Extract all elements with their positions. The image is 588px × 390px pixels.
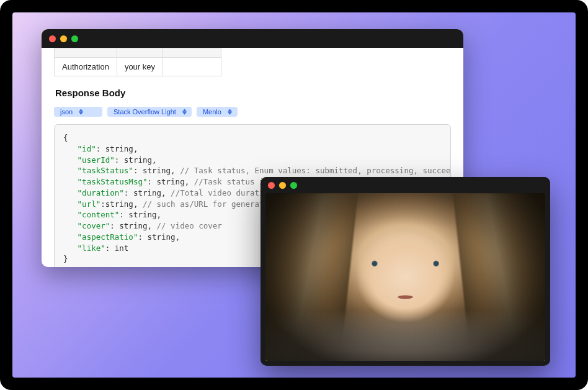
titlebar <box>42 29 463 48</box>
font-select[interactable]: Menlo <box>197 107 238 117</box>
gradient-background: Authorization your key Response Body jso… <box>12 12 576 378</box>
close-icon[interactable] <box>49 35 56 42</box>
table-cell <box>163 48 221 58</box>
theme-select-label: Stack Overflow Light <box>114 108 176 116</box>
close-icon[interactable] <box>268 182 275 189</box>
chevron-updown-icon <box>182 109 187 115</box>
image-preview <box>265 193 545 361</box>
selector-row: json Stack Overflow Light <box>54 107 451 117</box>
titlebar <box>261 177 550 193</box>
chevron-updown-icon <box>228 109 232 115</box>
decorative-layer <box>265 193 545 361</box>
table-cell <box>55 48 117 58</box>
theme-select[interactable]: Stack Overflow Light <box>107 107 192 117</box>
table-cell <box>117 48 163 58</box>
font-select-label: Menlo <box>203 108 221 116</box>
table-row: Authorization your key <box>55 58 221 76</box>
format-select[interactable]: json <box>54 107 102 117</box>
table-row <box>55 48 221 58</box>
image-preview-window <box>261 177 550 366</box>
format-select-label: json <box>60 108 73 116</box>
auth-key-cell: Authorization <box>55 58 117 76</box>
minimize-icon[interactable] <box>279 182 286 189</box>
minimize-icon[interactable] <box>60 35 67 42</box>
table-cell <box>163 58 221 76</box>
auth-table: Authorization your key <box>54 48 221 76</box>
chevron-updown-icon <box>79 109 83 115</box>
outer-frame: Authorization your key Response Body jso… <box>0 0 588 390</box>
maximize-icon[interactable] <box>71 35 78 42</box>
maximize-icon[interactable] <box>290 182 297 189</box>
auth-value-cell: your key <box>117 58 163 76</box>
response-body-heading: Response Body <box>55 88 451 98</box>
